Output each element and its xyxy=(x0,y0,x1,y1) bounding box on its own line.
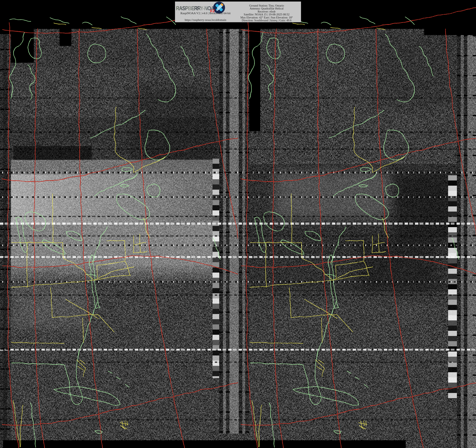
direction-line: Direction: Southbound | histeq | Gain: 4… xyxy=(232,19,301,22)
map-overlay-channel-a xyxy=(0,0,238,448)
antenna-line: Antenna: Quadrafilar Helical xyxy=(232,7,301,10)
elevation-line: Max Elevation: 42° East | Sun Elevation:… xyxy=(232,16,301,19)
satellite-line: Satellite: NOAA 15 | 19-08-2025 08:52 xyxy=(232,13,301,16)
capture-header: RASPBERRY-NOAA V2 RaspiNOAA V2 | xyxy=(175,1,301,22)
software-version-text: RaspiNOAA V2 | v4.0 | Bookworm 64-bit xyxy=(178,11,233,15)
coastlines-green xyxy=(10,17,221,447)
receiver-line: Receiver: rtlsdr xyxy=(232,10,301,13)
raspberry-noaa-capture-screenshot: { "header": { "brand": { "wordmark": "RA… xyxy=(0,0,476,448)
logo-row: RASPBERRY-NOAA V2 xyxy=(175,2,236,13)
apt-satellite-image xyxy=(0,0,476,448)
pass-info-block: Ground Station: Tiny, Ontario Antenna: Q… xyxy=(232,4,301,22)
station-url-text: https://raspberry-noaa.localdomain xyxy=(175,18,236,22)
map-overlay-channel-b xyxy=(239,0,476,448)
ground-station-line: Ground Station: Tiny, Ontario xyxy=(232,4,301,7)
graticule-red xyxy=(2,7,238,448)
logo-version-label: V2 xyxy=(210,9,215,13)
